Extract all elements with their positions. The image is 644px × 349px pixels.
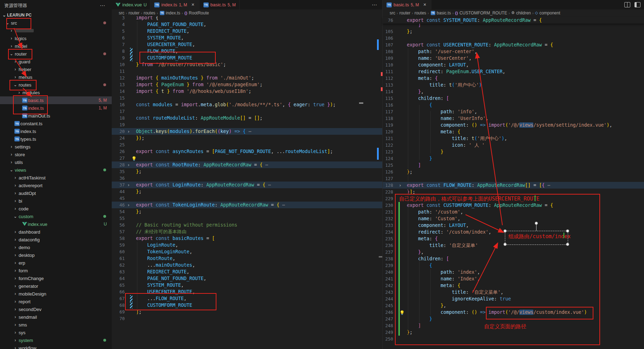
code-line[interactable]: 232 name: 'Custom',	[383, 215, 644, 222]
code-line[interactable]: 70	[112, 315, 382, 322]
code-line[interactable]: 20›Object.keys(modules).forEach((key) =>…	[112, 128, 382, 135]
selection-handle[interactable]	[503, 243, 507, 246]
fold-chevron-icon[interactable]: ›	[127, 182, 130, 188]
tree-item-modules[interactable]: ›modules	[0, 89, 112, 96]
tree-item-code[interactable]: ›code	[0, 205, 112, 212]
code-line[interactable]: 27💡	[112, 155, 382, 161]
code-line[interactable]: 118 name: 'UserInfo',	[383, 115, 644, 122]
code-line[interactable]: 69];	[112, 309, 382, 315]
code-line[interactable]: 250	[383, 336, 644, 342]
tree-item-obscured[interactable]: ›	[0, 27, 112, 34]
code-line[interactable]: 105};	[383, 28, 644, 35]
tree-item-index.ts[interactable]: TSindex.ts1, M	[0, 104, 112, 112]
code-line[interactable]: 5 REDIRECT_ROUTE,	[112, 28, 382, 34]
tree-item-form[interactable]: ›form	[0, 267, 112, 274]
code-line[interactable]: 6 SYSTEM_ROUTE,	[112, 34, 382, 41]
code-line[interactable]: 37›export const LoginRoute: AppRouteReco…	[112, 182, 382, 188]
code-line[interactable]: 7 USERCENTER_ROUTE,	[112, 41, 382, 48]
code-line[interactable]: 58export const basicRoutes = [	[112, 235, 382, 242]
code-line[interactable]: 19	[112, 121, 382, 128]
explorer-more-icon[interactable]: ⋯	[98, 2, 108, 9]
fold-chevron-icon[interactable]: ›	[127, 128, 130, 135]
code-line[interactable]: 61 RootRoute,	[112, 255, 382, 262]
code-line[interactable]: 35};	[112, 168, 382, 175]
code-line[interactable]: 247 }	[383, 316, 644, 322]
tree-item-src[interactable]: ⌄src	[0, 19, 112, 27]
tree-item-sendmail[interactable]: ›sendmail	[0, 313, 112, 321]
code-line[interactable]: 25	[112, 141, 382, 148]
code-line[interactable]: 121 title: t('用户中心'),	[383, 135, 644, 142]
selection-handle[interactable]	[535, 222, 538, 225]
code-line[interactable]: 65 SYSTEM_ROUTE,	[112, 282, 382, 288]
tree-item-system[interactable]: ›system	[0, 336, 112, 344]
code-line[interactable]: 64 PAGE_NOT_FOUND_ROUTE,	[112, 275, 382, 282]
code-line[interactable]: 116 {	[383, 102, 644, 108]
tree-item-index.ts[interactable]: TSindex.ts	[0, 127, 112, 135]
right-code-area[interactable]: ]105};106107export const USERCENTER_ROUT…	[383, 24, 644, 342]
code-line[interactable]: 123 }	[383, 148, 644, 155]
code-line[interactable]: 15	[112, 95, 382, 101]
code-line[interactable]: 24});	[112, 135, 382, 141]
tree-item-logics[interactable]: ›logics	[0, 34, 112, 42]
tree-item-mobileDesign[interactable]: ›mobileDesign	[0, 290, 112, 298]
code-line[interactable]: 106	[383, 35, 644, 42]
fold-chevron-icon[interactable]: ›	[127, 161, 130, 168]
breadcrumb-item[interactable]: ◇component	[535, 11, 560, 15]
code-line[interactable]: 45	[112, 195, 382, 202]
drag-selection-box[interactable]	[505, 231, 568, 245]
code-line[interactable]: 59 LoginRoute,	[112, 242, 382, 248]
code-line[interactable]: 125 ]	[383, 162, 644, 169]
tab-index.vue[interactable]: index.vueU	[112, 0, 150, 9]
tree-item-report[interactable]: ›report	[0, 298, 112, 305]
code-line[interactable]: 243 title: '自定义菜单',	[383, 289, 644, 296]
fold-chevron-icon[interactable]: ›	[127, 202, 130, 208]
code-line[interactable]: 122 icon: ' 人 '	[383, 142, 644, 148]
code-line[interactable]: 4 PAGE_NOT_FOUND_ROUTE,	[112, 21, 382, 28]
tree-item-index.vue[interactable]: index.vueU	[0, 220, 112, 228]
tab-index.ts[interactable]: TSindex.ts1, M✕	[150, 0, 199, 9]
code-line[interactable]: 62 ...mainOutRoutes,	[112, 262, 382, 268]
code-line[interactable]: 117 path: 'info',	[383, 108, 644, 115]
code-line[interactable]: 233 component: LAYOUT,	[383, 222, 644, 229]
code-line[interactable]: 9 CUSTOMFORM_ROUTE	[112, 55, 382, 61]
tree-item-generator[interactable]: ›generator	[0, 282, 112, 290]
tree-item-custom[interactable]: ⌄custom	[0, 212, 112, 220]
breadcrumb-item[interactable]: src	[119, 11, 124, 15]
code-line[interactable]: 13import { PageEnum } from '/@/enums/pag…	[112, 81, 382, 88]
code-line[interactable]: 112 meta: {	[383, 75, 644, 82]
project-root[interactable]: ⌄ LEARUN PC	[0, 11, 112, 19]
code-line[interactable]: 28›export const RootRoute: AppRouteRecor…	[112, 161, 382, 168]
code-line[interactable]: 245 },	[383, 302, 644, 309]
code-line[interactable]: 242 meta: {	[383, 282, 644, 289]
tree-item-basic.ts[interactable]: TSbasic.ts5, M	[0, 96, 112, 104]
breadcrumb-item[interactable]: ⚙children	[511, 11, 531, 15]
tree-item-views[interactable]: ⌄views	[0, 166, 112, 174]
tree-item-desktop[interactable]: ›desktop	[0, 251, 112, 259]
split-editor-icon[interactable]	[624, 2, 630, 7]
code-line[interactable]: 238 children: [	[383, 255, 644, 262]
code-line[interactable]: 11	[112, 68, 382, 75]
code-line[interactable]: 67 ...FLOW_ROUTE,	[112, 295, 382, 302]
code-line[interactable]: 110 component: LAYOUT,	[383, 62, 644, 68]
code-line[interactable]: 114 },	[383, 88, 644, 95]
code-line[interactable]: 119 component: () => import('/@/views/sy…	[383, 122, 644, 128]
tree-item-routes[interactable]: ⌄routes	[0, 81, 112, 89]
code-line[interactable]: 127	[383, 175, 644, 182]
selection-handle[interactable]	[566, 243, 569, 246]
breadcrumb-item[interactable]: router	[399, 11, 410, 15]
more-tabs-icon[interactable]: ⋯	[372, 2, 382, 8]
tree-item-formChange[interactable]: ›formChange	[0, 274, 112, 282]
code-line[interactable]: 60 TokenLoginRoute,	[112, 248, 382, 255]
code-line[interactable]: 16const modules = import.meta.glob('./mo…	[112, 101, 382, 108]
code-line[interactable]: 239 {	[383, 262, 644, 269]
sticky-scroll-line[interactable]: 76export const SYSTEM_ROUTE: AppRouteRec…	[383, 17, 644, 24]
code-line[interactable]: 228}];	[383, 189, 644, 195]
tree-item-constant.ts[interactable]: TSconstant.ts	[0, 120, 112, 127]
layout-icon[interactable]	[635, 2, 640, 7]
code-line[interactable]: 113 title: t('用户中心')	[383, 82, 644, 88]
tree-item-bi[interactable]: ›bi	[0, 197, 112, 205]
code-line[interactable]: 124 }	[383, 155, 644, 162]
tree-item-guard[interactable]: ›guard	[0, 58, 112, 65]
code-line[interactable]: 55	[112, 215, 382, 222]
tree-item-types.ts[interactable]: TStypes.ts	[0, 135, 112, 143]
